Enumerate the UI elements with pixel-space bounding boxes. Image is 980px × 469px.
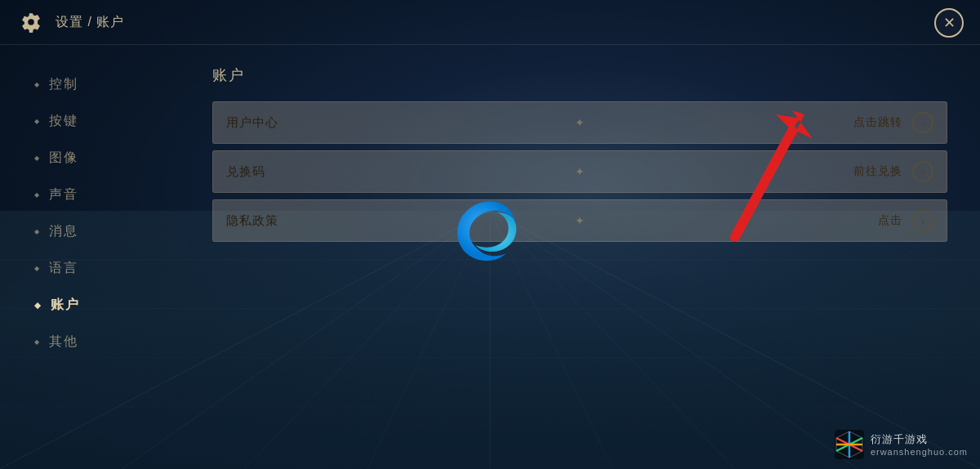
sidebar-item-label: 控制 [49,76,78,93]
row-action-privacy: 点击 [878,213,902,228]
watermark-site-name: 衍游千游戏 [871,432,968,447]
sidebar-item-image[interactable]: ◆ 图像 [24,143,180,173]
row-arrow-icon: › [912,210,933,231]
sidebar-item-control[interactable]: ◆ 控制 [24,69,180,100]
sidebar-item-account[interactable]: ◆ 账户 [24,290,180,320]
row-arrow-icon: › [912,161,933,182]
row-diamond-icon: ✦ [575,116,585,129]
row-right-redeem: 前往兑换 › [853,161,933,182]
watermark: 衍游千游戏 erwanshenghuo.com [835,430,968,459]
diamond-icon: ◆ [34,265,41,272]
sidebar-item-language[interactable]: ◆ 语言 [24,253,180,284]
row-right-user-center: 点击跳转 › [853,112,933,133]
sidebar: ◆ 控制 ◆ 按键 ◆ 图像 ◆ 声音 ◆ 消息 ◆ 语言 ◆ 账户 ◆ 其他 [0,45,180,469]
redeem-code-row[interactable]: 兑换码 ✦ 前往兑换 › [212,150,947,193]
diamond-icon: ◆ [34,81,41,88]
gear-icon [16,7,46,37]
watermark-logo [835,430,864,459]
privacy-policy-row[interactable]: 隐私政策 ✦ 点击 › [212,199,947,242]
row-label-user-center: 用户中心 [226,115,278,131]
sidebar-item-label: 其他 [49,333,78,351]
section-title: 账户 [212,65,947,85]
row-diamond-icon: ✦ [575,214,585,227]
sidebar-item-label: 声音 [49,186,78,203]
breadcrumb: 设置 / 账户 [56,14,124,31]
row-arrow-icon: › [912,112,933,133]
diamond-icon: ◆ [34,118,41,125]
diamond-icon: ◆ [34,301,42,310]
sidebar-item-sound[interactable]: ◆ 声音 [24,180,180,210]
sidebar-item-keys[interactable]: ◆ 按键 [24,106,180,136]
watermark-url: erwanshenghuo.com [871,447,968,457]
row-label-privacy: 隐私政策 [226,213,278,229]
diamond-icon: ◆ [34,228,41,235]
diamond-icon: ◆ [34,191,41,199]
sidebar-item-label: 语言 [49,260,78,277]
sidebar-item-label: 按键 [49,113,78,130]
user-center-row[interactable]: 用户中心 ✦ 点击跳转 › [212,101,947,144]
row-action-user-center: 点击跳转 [853,115,902,130]
row-label-redeem: 兑换码 [226,164,265,180]
diamond-icon: ◆ [34,338,41,346]
row-right-privacy: 点击 › [878,210,933,231]
watermark-text-wrap: 衍游千游戏 erwanshenghuo.com [871,432,968,457]
main-layout: ◆ 控制 ◆ 按键 ◆ 图像 ◆ 声音 ◆ 消息 ◆ 语言 ◆ 账户 ◆ 其他 [0,45,980,469]
diamond-icon: ◆ [34,154,41,162]
row-action-redeem: 前往兑换 [853,164,902,179]
content-area: 账户 用户中心 ✦ 点击跳转 › 兑换码 ✦ 前往兑换 › 隐私政策 ✦ 点击 [180,45,980,469]
sidebar-item-message[interactable]: ◆ 消息 [24,217,180,247]
top-bar: 设置 / 账户 ✕ [0,0,980,45]
sidebar-item-other[interactable]: ◆ 其他 [24,327,180,357]
sidebar-item-label: 图像 [49,150,78,167]
row-diamond-icon: ✦ [575,165,585,178]
sidebar-item-label: 账户 [51,297,80,314]
close-button[interactable]: ✕ [934,8,964,38]
sidebar-item-label: 消息 [49,223,78,240]
